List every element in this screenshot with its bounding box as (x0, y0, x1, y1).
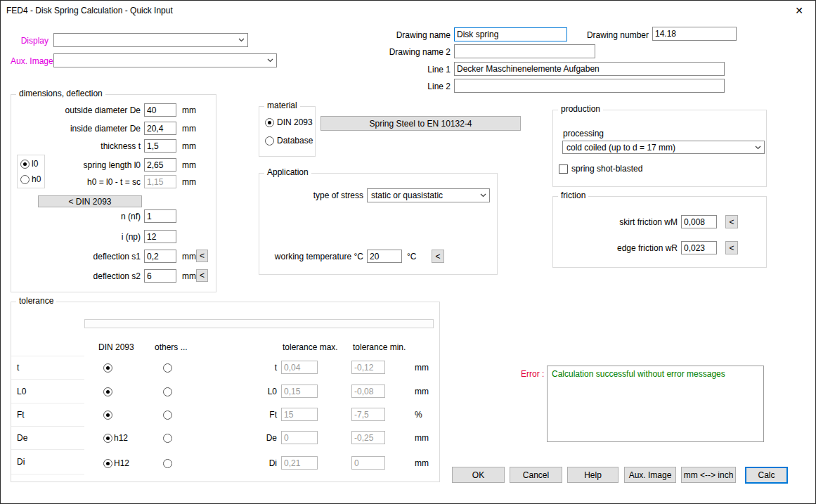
drawing-name2-input[interactable] (454, 44, 595, 58)
type-of-stress-dropdown[interactable]: static or quasistatic (367, 188, 490, 202)
inside-diameter-input[interactable] (144, 122, 176, 135)
chevron-down-icon (477, 189, 489, 202)
tolerance-di-max-input[interactable] (281, 456, 318, 470)
tolerance-di-din-option[interactable]: H12 (103, 458, 129, 468)
tolerance-di-din-radio[interactable] (103, 459, 112, 468)
tolerance-di-unit: mm (415, 458, 429, 468)
drawing-name-input[interactable] (454, 27, 567, 41)
shot-blasted-checkbox[interactable] (559, 164, 568, 174)
tolerance-di-min-input[interactable] (351, 456, 385, 470)
processing-dropdown[interactable]: cold coiled (up to d = 17 mm) (562, 141, 765, 154)
tolerance-l0-min-input[interactable] (351, 385, 385, 398)
mm-inch-toggle-button[interactable]: mm <--> inch (681, 467, 736, 483)
edge-friction-label: edge friction wR (553, 243, 678, 253)
tolerance-col-min: tolerance min. (353, 342, 406, 352)
cancel-button[interactable]: Cancel (510, 467, 562, 483)
shot-blasted-label: spring shot-blasted (571, 164, 642, 174)
shot-blasted-option[interactable]: spring shot-blasted (559, 164, 642, 174)
tolerance-l0-din-radio[interactable] (103, 387, 112, 396)
deflection-s2-input[interactable] (144, 269, 176, 283)
outside-diameter-input[interactable] (144, 103, 176, 117)
n-nf-input[interactable] (144, 209, 176, 223)
working-temperature-unit: °C (407, 252, 416, 261)
deflection-s2-unit: mm (182, 271, 196, 281)
tolerance-de-others-radio[interactable] (163, 434, 172, 443)
tolerance-ft-min-input[interactable] (351, 408, 385, 421)
temperature-pick-button[interactable]: < (432, 250, 444, 263)
tolerance-col-max: tolerance max. (283, 342, 338, 352)
display-dropdown[interactable] (53, 33, 248, 47)
material-group: material DIN 2093 Database (259, 106, 316, 157)
tolerance-group-title: tolerance (16, 296, 56, 306)
tolerance-ft-max-input[interactable] (281, 408, 318, 421)
tolerance-group: tolerance DIN 2093 others ... tolerance … (11, 302, 440, 482)
tolerance-row-name: L0 (11, 380, 84, 403)
tolerance-de-min-input[interactable] (351, 431, 385, 444)
spring-steel-button[interactable]: Spring Steel to EN 10132-4 (320, 116, 521, 131)
drawing-number-input[interactable] (652, 27, 737, 41)
aux-image-button[interactable]: Aux. Image (624, 467, 676, 483)
close-button[interactable]: ✕ (789, 3, 810, 18)
chevron-down-icon (264, 54, 276, 67)
thickness-label: thickness t (11, 141, 141, 151)
skirt-friction-input[interactable] (681, 215, 717, 228)
inside-diameter-label: inside diameter De (11, 124, 141, 134)
tolerance-t-min-input[interactable] (351, 361, 385, 374)
tolerance-de-din-option[interactable]: h12 (103, 433, 128, 443)
tolerance-col-din: DIN 2093 (98, 342, 134, 352)
deflection-s2-pick-button[interactable]: < (196, 269, 208, 282)
tolerance-col-others: others ... (155, 342, 188, 352)
spring-length-input[interactable] (144, 158, 176, 172)
tolerance-di-din-suffix: H12 (114, 458, 129, 468)
tolerance-t-unit: mm (415, 363, 429, 373)
spring-length-unit: mm (182, 160, 196, 170)
drawing-name-label: Drawing name (380, 30, 451, 40)
material-database-radio-icon[interactable] (265, 136, 274, 146)
help-button[interactable]: Help (567, 467, 619, 483)
ok-button[interactable]: OK (452, 467, 505, 483)
production-group: production processing cold coiled (up to… (552, 110, 767, 187)
tolerance-l0-max-input[interactable] (281, 385, 318, 398)
tolerance-ft-din-radio[interactable] (103, 411, 112, 420)
edge-friction-input[interactable] (681, 241, 717, 254)
deflection-s2-label: deflection s2 (11, 271, 141, 281)
material-database-option[interactable]: Database (265, 136, 313, 146)
tolerance-ft-others-radio[interactable] (163, 411, 172, 420)
tolerance-l0-others-radio[interactable] (163, 387, 172, 396)
calc-button[interactable]: Calc (745, 467, 788, 484)
din2093-takeover-button[interactable]: < DIN 2093 (38, 195, 142, 207)
aux-image-label: Aux. Image (11, 56, 53, 66)
dimensions-group: dimensions, deflection outside diameter … (11, 94, 216, 292)
drawing-number-label: Drawing number (583, 30, 649, 40)
edge-friction-pick-button[interactable]: < (725, 241, 738, 254)
working-temperature-input[interactable] (367, 250, 402, 263)
material-din2093-radio-icon[interactable] (265, 118, 274, 127)
material-din2093-option[interactable]: DIN 2093 (265, 117, 313, 127)
deflection-s1-pick-button[interactable]: < (196, 250, 208, 262)
close-icon: ✕ (795, 5, 803, 16)
title-bar: FED4 - Disk Spring Calculation - Quick I… (1, 1, 815, 20)
tolerance-di-others-radio[interactable] (163, 459, 172, 468)
tolerance-t-din-radio[interactable] (103, 363, 112, 373)
outside-diameter-unit: mm (182, 105, 196, 115)
line2-input[interactable] (454, 79, 725, 93)
tolerance-row-name: De (11, 427, 84, 450)
line1-input[interactable] (454, 62, 725, 76)
error-message-text: Calculation successful without error mes… (552, 369, 725, 379)
thickness-input[interactable] (144, 139, 176, 153)
tolerance-de-max-input[interactable] (281, 431, 318, 444)
i-np-input[interactable] (144, 230, 176, 243)
tolerance-row-name: t (11, 356, 84, 380)
tolerance-t-max-input[interactable] (281, 361, 318, 374)
material-group-title: material (264, 101, 300, 110)
chevron-down-icon (235, 34, 247, 46)
deflection-s1-input[interactable] (144, 250, 176, 263)
tolerance-de-din-radio[interactable] (103, 434, 112, 443)
tolerance-l0-field-label: L0 (243, 387, 277, 396)
aux-image-dropdown[interactable] (53, 53, 277, 67)
deflection-s1-unit: mm (182, 252, 196, 261)
skirt-friction-pick-button[interactable]: < (725, 215, 738, 228)
processing-label: processing (563, 129, 604, 138)
tolerance-t-others-radio[interactable] (163, 363, 172, 373)
line2-label: Line 2 (408, 82, 451, 91)
